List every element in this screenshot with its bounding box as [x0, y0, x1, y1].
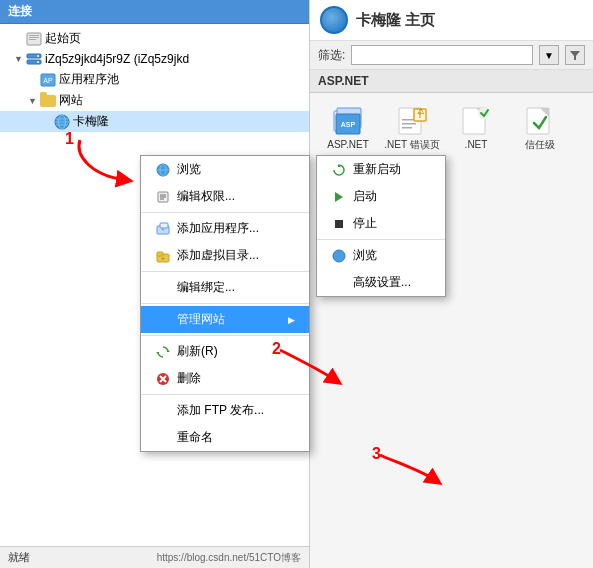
- delete-menu-icon: [155, 371, 171, 387]
- icon-sites: [40, 93, 56, 109]
- delete-label: 删除: [177, 370, 201, 387]
- menu-item-manage-site[interactable]: 管理网站 ▶: [141, 306, 309, 333]
- net-label: .NET: [465, 139, 488, 151]
- tree-item-sites[interactable]: ▼ 网站: [0, 90, 309, 111]
- menu-item-edit-bind[interactable]: 编辑绑定...: [141, 274, 309, 301]
- edit-perms-label: 编辑权限...: [177, 188, 235, 205]
- svg-rect-1: [29, 35, 39, 36]
- filter-button[interactable]: ▼: [539, 45, 559, 65]
- perms-menu-icon: [155, 189, 171, 205]
- manage-site-label: 管理网站: [177, 311, 225, 328]
- svg-rect-2: [29, 37, 39, 38]
- left-panel-header: 连接: [0, 0, 309, 24]
- edit-bind-menu-icon: [155, 280, 171, 296]
- svg-text:⚠: ⚠: [417, 107, 425, 116]
- net-error-label: .NET 错误页: [384, 139, 439, 151]
- browse-submenu-icon: [331, 248, 347, 264]
- submenu-item-stop[interactable]: 停止: [317, 210, 445, 237]
- tree-label-sites: 网站: [59, 92, 83, 109]
- net-error-icon: ! ⚠: [396, 105, 428, 137]
- svg-text:AP: AP: [43, 77, 53, 84]
- add-app-menu-icon: +: [155, 221, 171, 237]
- svg-rect-24: [402, 127, 412, 129]
- filter-icon-button[interactable]: [565, 45, 585, 65]
- stop-label: 停止: [353, 215, 377, 232]
- filter-input[interactable]: [351, 45, 533, 65]
- right-header: 卡梅隆 主页: [310, 0, 593, 41]
- icon-item-aspnet[interactable]: ASP ASP.NET: [318, 101, 378, 155]
- svg-marker-51: [156, 352, 159, 355]
- restart-label: 重新启动: [353, 161, 401, 178]
- svg-text:ASP: ASP: [341, 121, 356, 128]
- rename-menu-icon: [155, 430, 171, 446]
- tree-item-server[interactable]: ▼ iZq5z9jkd4j5r9Z (iZq5z9jkd: [0, 49, 309, 69]
- icon-kamelung: [54, 114, 70, 130]
- menu-item-refresh[interactable]: 刷新(R): [141, 338, 309, 365]
- status-url: https://blog.csdn.net/51CTO博客: [157, 551, 301, 565]
- menu-item-add-vdir[interactable]: + 添加虚拟目录...: [141, 242, 309, 269]
- svg-marker-56: [335, 192, 343, 202]
- tree-item-apppool[interactable]: AP 应用程序池: [0, 69, 309, 90]
- add-vdir-label: 添加虚拟目录...: [177, 247, 259, 264]
- submenu-item-restart[interactable]: 重新启动: [317, 156, 445, 183]
- icon-start: [26, 31, 42, 47]
- add-vdir-menu-icon: +: [155, 248, 171, 264]
- tree-item-start[interactable]: 起始页: [0, 28, 309, 49]
- menu-item-rename[interactable]: 重命名: [141, 424, 309, 451]
- tree-label-server: iZq5z9jkd4j5r9Z (iZq5z9jkd: [45, 52, 189, 66]
- menu-item-edit-perms[interactable]: 编辑权限...: [141, 183, 309, 210]
- arrow-server: ▼: [14, 54, 26, 64]
- svg-text:+: +: [161, 255, 165, 261]
- menu-item-browse[interactable]: 浏览: [141, 156, 309, 183]
- start-submenu-icon: [331, 189, 347, 205]
- status-text: 就绪: [8, 550, 30, 565]
- advanced-label: 高级设置...: [353, 274, 411, 291]
- trust-icon: [524, 105, 556, 137]
- menu-sep1: [141, 212, 309, 213]
- menu-item-add-app[interactable]: + 添加应用程序...: [141, 215, 309, 242]
- refresh-label: 刷新(R): [177, 343, 218, 360]
- rename-label: 重命名: [177, 429, 213, 446]
- submenu-arrow-icon: ▶: [288, 315, 295, 325]
- right-title: 卡梅隆 主页: [356, 11, 435, 30]
- menu-sep5: [141, 394, 309, 395]
- svg-text:+: +: [161, 226, 165, 232]
- section-label: ASP.NET: [310, 70, 593, 93]
- advanced-submenu-icon: [331, 275, 347, 291]
- add-ftp-label: 添加 FTP 发布...: [177, 402, 264, 419]
- stop-submenu-icon: [331, 216, 347, 232]
- icon-apppool: AP: [40, 72, 56, 88]
- tree-label-kamelung: 卡梅隆: [73, 113, 109, 130]
- aspnet-label: ASP.NET: [327, 139, 369, 151]
- edit-bind-label: 编辑绑定...: [177, 279, 235, 296]
- status-bar: 就绪 https://blog.csdn.net/51CTO博客: [0, 546, 309, 568]
- browse-sub-label: 浏览: [353, 247, 377, 264]
- icon-item-net[interactable]: .NET: [446, 101, 506, 155]
- submenu-item-browse[interactable]: 浏览: [317, 242, 445, 269]
- add-ftp-menu-icon: [155, 403, 171, 419]
- svg-point-58: [333, 250, 345, 262]
- panel-title: 连接: [8, 4, 32, 18]
- svg-rect-3: [29, 39, 36, 40]
- svg-point-7: [37, 61, 39, 63]
- filter-bar: 筛选: ▼: [310, 41, 593, 70]
- submenu-sep1: [317, 239, 445, 240]
- menu-item-add-ftp[interactable]: 添加 FTP 发布...: [141, 397, 309, 424]
- net-icon: [460, 105, 492, 137]
- tree-label-apppool: 应用程序池: [59, 71, 119, 88]
- start-label: 启动: [353, 188, 377, 205]
- submenu-item-start[interactable]: 启动: [317, 183, 445, 210]
- menu-item-delete[interactable]: 删除: [141, 365, 309, 392]
- icon-item-trust[interactable]: 信任级: [510, 101, 570, 155]
- context-menu: 浏览 编辑权限... + 添加应用程序... + 添加虚拟目录... 编辑绑定.…: [140, 155, 310, 452]
- tree-label-start: 起始页: [45, 30, 81, 47]
- tree-item-kamelung[interactable]: 卡梅隆: [0, 111, 309, 132]
- browse-label: 浏览: [177, 161, 201, 178]
- browse-menu-icon: [155, 162, 171, 178]
- submenu: 重新启动 启动 停止 浏览 高级设置...: [316, 155, 446, 297]
- filter-label: 筛选:: [318, 47, 345, 64]
- svg-rect-57: [335, 220, 343, 228]
- icon-item-net-error[interactable]: ! ⚠ .NET 错误页: [382, 101, 442, 155]
- submenu-item-advanced[interactable]: 高级设置...: [317, 269, 445, 296]
- menu-sep3: [141, 303, 309, 304]
